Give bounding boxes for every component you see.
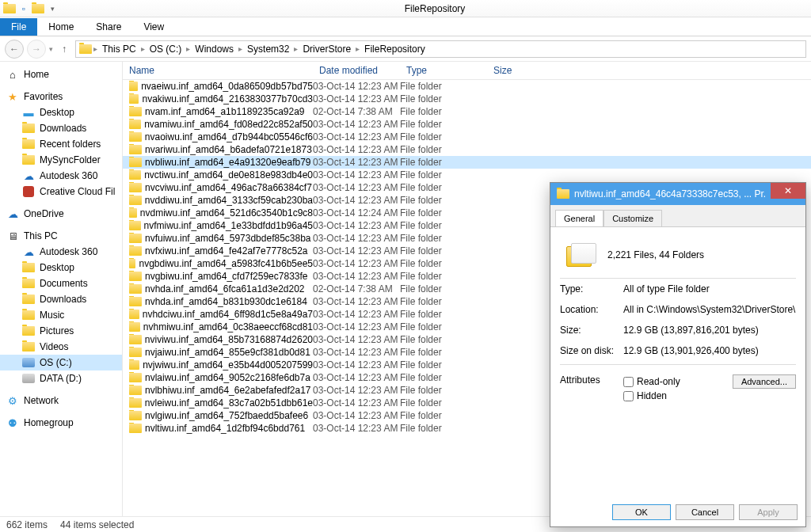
sidebar-item-documents[interactable]: Documents (0, 276, 122, 291)
up-button[interactable]: ↑ (56, 41, 72, 57)
folder-icon (22, 325, 35, 337)
tab-share[interactable]: Share (85, 18, 132, 36)
chevron-right-icon[interactable]: ▸ (186, 44, 190, 53)
sidebar-item-autodesk[interactable]: ☁Autodesk 360 (0, 168, 122, 184)
file-date: 03-Oct-14 12:23 AM (313, 245, 400, 256)
prop-value: All of type File folder (623, 283, 796, 294)
folder-icon (22, 138, 35, 150)
sidebar-onedrive[interactable]: ☁OneDrive (0, 206, 122, 222)
table-row[interactable]: nvaoiwu.inf_amd64_d7b944bc05546cf603-Oct… (123, 131, 811, 143)
sidebar-item-videos[interactable]: Videos (0, 339, 122, 355)
sidebar-item-pictures[interactable]: Pictures (0, 323, 122, 339)
folder-icon (129, 183, 142, 192)
file-date: 03-Oct-14 12:23 AM (313, 296, 400, 307)
chevron-right-icon[interactable]: ▸ (93, 44, 97, 53)
file-name: nvddiwu.inf_amd64_3133cf59cab230ba (145, 195, 313, 206)
sidebar-item-desktop[interactable]: ▬Desktop (0, 104, 122, 120)
close-button[interactable]: ✕ (771, 183, 805, 199)
qat-dropdown-icon[interactable]: ▾ (46, 2, 59, 15)
file-date: 03-Oct-14 12:23 AM (313, 169, 400, 180)
back-button[interactable]: ← (5, 40, 24, 59)
sidebar-item-autodesk2[interactable]: ☁Autodesk 360 (0, 244, 122, 260)
properties-icon[interactable]: ▫ (17, 2, 30, 15)
ok-button[interactable]: OK (612, 504, 671, 520)
breadcrumb-item[interactable]: DriverStore (299, 44, 354, 55)
tab-view[interactable]: View (132, 18, 175, 36)
file-type: File folder (400, 347, 487, 358)
breadcrumb-item[interactable]: OS (C:) (147, 44, 185, 55)
folder-icon (129, 322, 140, 332)
sidebar-item-recent[interactable]: Recent folders (0, 136, 122, 152)
folder-icon (129, 120, 141, 129)
apply-button[interactable]: Apply (739, 504, 798, 520)
history-dropdown-icon[interactable]: ▾ (49, 45, 53, 53)
table-row[interactable]: nvctiwu.inf_amd64_de0e818e983db4e003-Oct… (123, 169, 811, 181)
column-date[interactable]: Date modified (313, 65, 400, 76)
breadcrumb-item[interactable]: This PC (99, 44, 139, 55)
folder-icon (129, 398, 142, 408)
advanced-button[interactable]: Advanced... (733, 374, 796, 389)
sidebar-favorites[interactable]: ★Favorites (0, 89, 122, 104)
star-icon: ★ (6, 90, 19, 103)
file-date: 02-Oct-14 7:38 AM (313, 283, 400, 294)
sidebar-thispc[interactable]: 🖥This PC (0, 228, 122, 244)
sidebar-home[interactable]: ⌂Home (0, 66, 122, 82)
breadcrumb-item[interactable]: FileRepository (361, 44, 428, 55)
file-type: File folder (400, 245, 487, 256)
forward-button[interactable]: → (27, 40, 46, 59)
file-date: 03-Oct-14 12:23 AM (313, 410, 400, 421)
folder-icon (129, 373, 142, 382)
titlebar: ▫ ▾ FileRepository (0, 0, 811, 17)
chevron-right-icon[interactable]: ▸ (356, 44, 360, 53)
file-date: 03-Oct-14 12:23 AM (313, 321, 400, 332)
breadcrumb[interactable]: ▸ This PC ▸ OS (C:) ▸ Windows ▸ System32… (75, 40, 806, 58)
column-size[interactable]: Size (487, 65, 535, 76)
file-name: nvakiwu.inf_amd64_2163830377b70cd3 (142, 93, 313, 104)
prop-label: Size: (560, 325, 623, 336)
table-row[interactable]: nvariwu.inf_amd64_b6adefa0721e187303-Oct… (123, 143, 811, 156)
new-folder-icon[interactable] (32, 2, 44, 15)
breadcrumb-item[interactable]: Windows (192, 44, 237, 55)
sidebar-label: Downloads (40, 123, 86, 134)
sidebar-item-desktop2[interactable]: Desktop (0, 260, 122, 276)
sidebar-label: Desktop (40, 262, 74, 273)
tab-general[interactable]: General (555, 210, 603, 227)
sidebar-label: Autodesk 360 (40, 246, 97, 257)
breadcrumb-item[interactable]: System32 (244, 44, 292, 55)
table-row[interactable]: nvaeiwu.inf_amd64_0da86509db57bd7503-Oct… (123, 80, 811, 93)
table-row[interactable]: nvbliwu.inf_amd64_e4a91320e9eafb7903-Oct… (123, 156, 811, 169)
dialog-titlebar[interactable]: nvltiwu.inf_amd64_46c4a73338c7ec53, ... … (550, 183, 805, 205)
chevron-right-icon[interactable]: ▸ (294, 44, 298, 53)
table-row[interactable]: nvamiwu.inf_amd64_fd08ed22c852af5003-Oct… (123, 118, 811, 131)
sidebar-item-downloads[interactable]: Downloads (0, 120, 122, 136)
tab-file[interactable]: File (0, 18, 37, 36)
tab-customize[interactable]: Customize (603, 210, 662, 227)
column-type[interactable]: Type (400, 65, 487, 76)
sidebar-item-osc[interactable]: OS (C:) (0, 355, 122, 370)
hidden-checkbox[interactable]: Hidden (623, 389, 733, 403)
tab-home[interactable]: Home (37, 18, 85, 36)
sidebar-network[interactable]: ⚙Network (0, 393, 122, 408)
table-row[interactable]: nvakiwu.inf_amd64_2163830377b70cd303-Oct… (123, 93, 811, 105)
drive-icon (22, 372, 35, 385)
cancel-button[interactable]: Cancel (676, 504, 734, 520)
sidebar-item-data[interactable]: DATA (D:) (0, 370, 122, 386)
sidebar-item-mysync[interactable]: MySyncFolder (0, 152, 122, 168)
sidebar-item-downloads2[interactable]: Downloads (0, 291, 122, 307)
sidebar-label: Autodesk 360 (40, 170, 97, 181)
sidebar-homegroup[interactable]: ⚉Homegroup (0, 415, 122, 431)
readonly-checkbox[interactable]: Read-only (623, 374, 733, 389)
checkbox[interactable] (623, 391, 634, 401)
chevron-right-icon[interactable]: ▸ (238, 44, 242, 53)
file-name: nvleiwu.inf_amd64_83c7a02b51dbb61e (145, 397, 313, 408)
file-date: 03-Oct-14 12:23 AM (313, 195, 400, 206)
sidebar-item-music[interactable]: Music (0, 307, 122, 323)
chevron-right-icon[interactable]: ▸ (141, 44, 145, 53)
file-date: 03-Oct-14 12:23 AM (313, 334, 400, 345)
sidebar-item-creative[interactable]: Creative Cloud Fil (0, 184, 122, 200)
column-name[interactable]: Name (123, 65, 313, 76)
status-selected-count: 44 items selected (60, 519, 134, 530)
checkbox[interactable] (623, 377, 634, 387)
table-row[interactable]: nvam.inf_amd64_a1b1189235ca92a902-Oct-14… (123, 105, 811, 118)
file-date: 03-Oct-14 12:23 AM (313, 372, 400, 383)
